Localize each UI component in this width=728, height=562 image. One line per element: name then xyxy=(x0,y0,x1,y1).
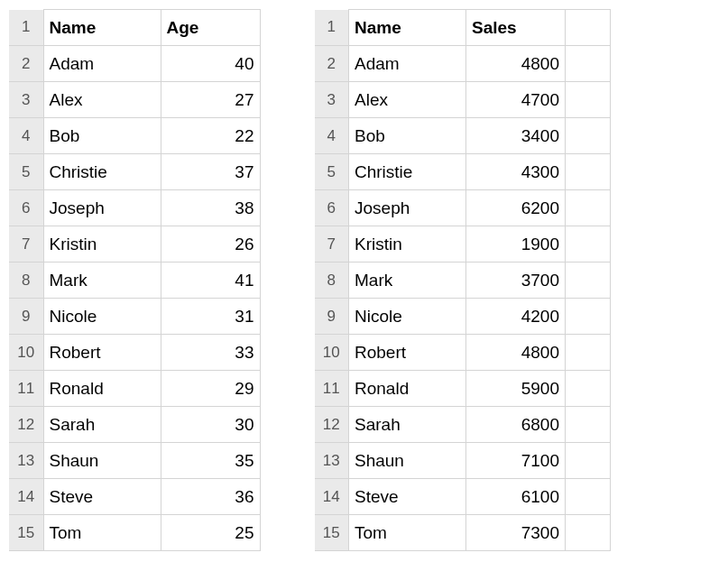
row-number[interactable]: 2 xyxy=(315,46,349,82)
cell-age[interactable]: 38 xyxy=(161,190,260,226)
empty-cell[interactable] xyxy=(566,190,611,226)
cell-name[interactable]: Tom xyxy=(349,515,466,551)
row-number[interactable]: 6 xyxy=(9,190,43,226)
empty-cell[interactable] xyxy=(566,10,611,46)
row-number[interactable]: 6 xyxy=(315,190,349,226)
cell-name[interactable]: Joseph xyxy=(349,190,466,226)
empty-cell[interactable] xyxy=(566,263,611,299)
cell-sales[interactable]: 1900 xyxy=(466,226,566,263)
cell-name[interactable]: Shaun xyxy=(43,443,161,479)
row-number[interactable]: 8 xyxy=(9,263,43,299)
row-number[interactable]: 14 xyxy=(9,479,43,515)
cell-name[interactable]: Joseph xyxy=(43,190,161,226)
empty-cell[interactable] xyxy=(566,154,611,190)
cell-sales[interactable]: 7100 xyxy=(466,443,566,479)
empty-cell[interactable] xyxy=(566,118,611,154)
empty-cell[interactable] xyxy=(566,82,611,118)
row-number[interactable]: 11 xyxy=(315,371,349,407)
cell-name[interactable]: Mark xyxy=(349,263,466,299)
cell-age[interactable]: 31 xyxy=(161,299,260,335)
empty-cell[interactable] xyxy=(566,479,611,515)
cell-name[interactable]: Mark xyxy=(43,263,161,299)
cell-sales[interactable]: 4200 xyxy=(466,299,566,335)
cell-name[interactable]: Adam xyxy=(349,46,466,82)
cell-name[interactable]: Kristin xyxy=(349,226,466,263)
row-number[interactable]: 13 xyxy=(9,443,43,479)
cell-age[interactable]: 35 xyxy=(161,443,260,479)
cell-name[interactable]: Adam xyxy=(43,46,161,82)
empty-cell[interactable] xyxy=(566,226,611,263)
cell-age[interactable]: 22 xyxy=(161,118,260,154)
cell-sales[interactable]: 3700 xyxy=(466,263,566,299)
row-number[interactable]: 5 xyxy=(315,154,349,190)
cell-name[interactable]: Alex xyxy=(43,82,161,118)
row-number[interactable]: 1 xyxy=(315,10,349,46)
cell-name[interactable]: Bob xyxy=(43,118,161,154)
cell-age[interactable]: 27 xyxy=(161,82,260,118)
row-number[interactable]: 10 xyxy=(9,335,43,371)
row-number[interactable]: 2 xyxy=(9,46,43,82)
cell-name[interactable]: Christie xyxy=(349,154,466,190)
cell-name[interactable]: Ronald xyxy=(43,371,161,407)
cell-sales[interactable]: 3400 xyxy=(466,118,566,154)
empty-cell[interactable] xyxy=(566,515,611,551)
cell-name[interactable]: Nicole xyxy=(43,299,161,335)
row-number[interactable]: 12 xyxy=(315,407,349,443)
header-name[interactable]: Name xyxy=(349,10,466,46)
cell-age[interactable]: 33 xyxy=(161,335,260,371)
cell-name[interactable]: Steve xyxy=(349,479,466,515)
cell-name[interactable]: Kristin xyxy=(43,226,161,263)
row-number[interactable]: 15 xyxy=(9,515,43,551)
cell-sales[interactable]: 6800 xyxy=(466,407,566,443)
cell-sales[interactable]: 6100 xyxy=(466,479,566,515)
row-number[interactable]: 10 xyxy=(315,335,349,371)
cell-name[interactable]: Robert xyxy=(349,335,466,371)
row-number[interactable]: 9 xyxy=(9,299,43,335)
cell-name[interactable]: Christie xyxy=(43,154,161,190)
cell-name[interactable]: Steve xyxy=(43,479,161,515)
row-number[interactable]: 3 xyxy=(9,82,43,118)
row-number[interactable]: 15 xyxy=(315,515,349,551)
row-number[interactable]: 11 xyxy=(9,371,43,407)
row-number[interactable]: 3 xyxy=(315,82,349,118)
row-number[interactable]: 4 xyxy=(315,118,349,154)
cell-name[interactable]: Ronald xyxy=(349,371,466,407)
header-age[interactable]: Age xyxy=(161,10,260,46)
empty-cell[interactable] xyxy=(566,407,611,443)
empty-cell[interactable] xyxy=(566,299,611,335)
empty-cell[interactable] xyxy=(566,443,611,479)
cell-name[interactable]: Sarah xyxy=(43,407,161,443)
cell-age[interactable]: 41 xyxy=(161,263,260,299)
row-number[interactable]: 12 xyxy=(9,407,43,443)
cell-age[interactable]: 30 xyxy=(161,407,260,443)
cell-sales[interactable]: 4300 xyxy=(466,154,566,190)
row-number[interactable]: 5 xyxy=(9,154,43,190)
cell-age[interactable]: 25 xyxy=(161,515,260,551)
cell-sales[interactable]: 7300 xyxy=(466,515,566,551)
row-number[interactable]: 14 xyxy=(315,479,349,515)
row-number[interactable]: 7 xyxy=(315,226,349,263)
row-number[interactable]: 13 xyxy=(315,443,349,479)
empty-cell[interactable] xyxy=(566,335,611,371)
cell-sales[interactable]: 4700 xyxy=(466,82,566,118)
cell-age[interactable]: 40 xyxy=(161,46,260,82)
row-number[interactable]: 9 xyxy=(315,299,349,335)
cell-age[interactable]: 37 xyxy=(161,154,260,190)
cell-name[interactable]: Alex xyxy=(349,82,466,118)
cell-name[interactable]: Nicole xyxy=(349,299,466,335)
cell-name[interactable]: Shaun xyxy=(349,443,466,479)
cell-age[interactable]: 36 xyxy=(161,479,260,515)
cell-name[interactable]: Sarah xyxy=(349,407,466,443)
cell-name[interactable]: Tom xyxy=(43,515,161,551)
cell-name[interactable]: Bob xyxy=(349,118,466,154)
cell-sales[interactable]: 6200 xyxy=(466,190,566,226)
row-number[interactable]: 4 xyxy=(9,118,43,154)
row-number[interactable]: 1 xyxy=(9,10,43,46)
cell-sales[interactable]: 4800 xyxy=(466,46,566,82)
empty-cell[interactable] xyxy=(566,371,611,407)
cell-sales[interactable]: 5900 xyxy=(466,371,566,407)
empty-cell[interactable] xyxy=(566,46,611,82)
header-sales[interactable]: Sales xyxy=(466,10,566,46)
cell-sales[interactable]: 4800 xyxy=(466,335,566,371)
row-number[interactable]: 7 xyxy=(9,226,43,263)
